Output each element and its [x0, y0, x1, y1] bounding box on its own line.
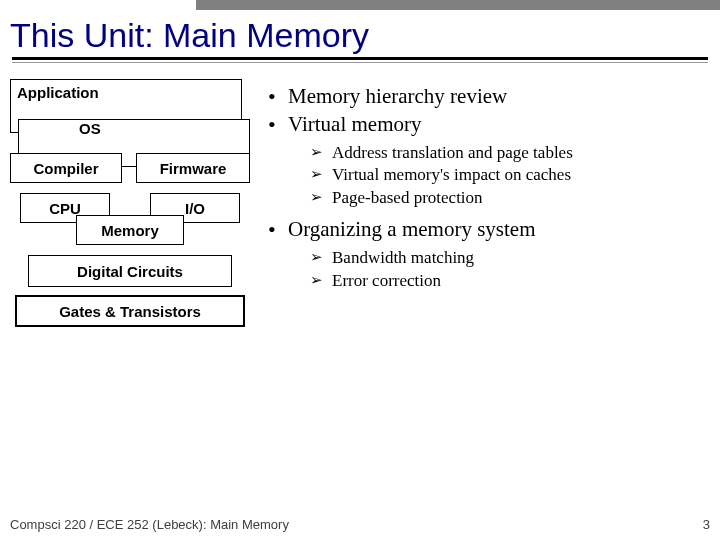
bullet-3: Organizing a memory system Bandwidth mat… — [266, 216, 710, 292]
bullet-2-text: Virtual memory — [288, 112, 421, 136]
footer-left: Compsci 220 / ECE 252 (Lebeck): Main Mem… — [10, 517, 289, 532]
bullet-3-sub-1: Bandwidth matching — [288, 247, 710, 270]
content-area: Application OS Compiler Firmware CPU I/O — [0, 69, 720, 327]
label-firmware: Firmware — [160, 160, 227, 177]
label-io: I/O — [185, 200, 205, 217]
label-compiler: Compiler — [33, 160, 98, 177]
footer-right: 3 — [703, 517, 710, 532]
label-os: OS — [79, 120, 101, 137]
box-compiler: Compiler — [10, 153, 122, 183]
layer-stack: Application OS Compiler Firmware CPU I/O — [10, 77, 252, 327]
bullet-2-sub-3: Page-based protection — [288, 187, 710, 210]
bullet-1: Memory hierarchy review — [266, 83, 710, 109]
label-application: Application — [17, 84, 99, 101]
label-memory: Memory — [101, 222, 159, 239]
box-gates-transistors: Gates & Transistors — [15, 295, 245, 327]
bullet-2-sub-2: Virtual memory's impact on caches — [288, 164, 710, 187]
bullet-3-text: Organizing a memory system — [288, 217, 535, 241]
slide-title: This Unit: Main Memory — [0, 10, 720, 57]
bullet-3-sub-2: Error correction — [288, 270, 710, 293]
label-digital-circuits: Digital Circuits — [77, 263, 183, 280]
slide-footer: Compsci 220 / ECE 252 (Lebeck): Main Mem… — [10, 517, 710, 532]
bullet-list: Memory hierarchy review Virtual memory A… — [266, 77, 710, 327]
box-digital-circuits: Digital Circuits — [28, 255, 232, 287]
box-firmware: Firmware — [136, 153, 250, 183]
title-underline — [10, 57, 710, 69]
bullet-2-sub-1: Address translation and page tables — [288, 142, 710, 165]
top-gray-bar — [196, 0, 720, 10]
label-gates-transistors: Gates & Transistors — [59, 303, 201, 320]
label-cpu: CPU — [49, 200, 81, 217]
box-memory: Memory — [76, 215, 184, 245]
bullet-2: Virtual memory Address translation and p… — [266, 111, 710, 210]
